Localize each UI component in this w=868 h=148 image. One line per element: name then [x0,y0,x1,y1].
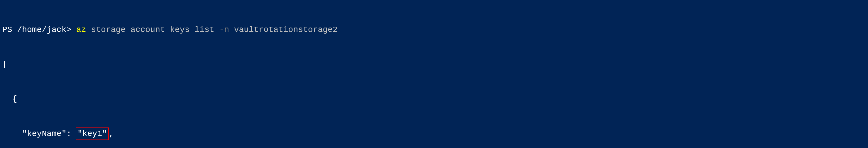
key1-keyname-label: "keyName": [2,129,76,138]
key1-open-brace: { [2,93,866,105]
ps-prompt: PS /home/jack> [2,24,76,35]
key1-keyname-highlight: "key1" [76,127,109,140]
command-args: storage account keys list [86,24,219,35]
key1-keyname-line: "keyName": "key1", [2,127,866,140]
command-prompt-line: PS /home/jack> az storage account keys l… [2,24,866,35]
command-flag: -n [219,24,229,35]
terminal-window[interactable]: PS /home/jack> az storage account keys l… [0,0,868,148]
output-open-bracket: [ [2,59,866,70]
command-flag-value: vaultrotationstorage2 [229,24,338,35]
command-az: az [76,24,86,35]
key1-keyname-comma: , [109,129,114,138]
